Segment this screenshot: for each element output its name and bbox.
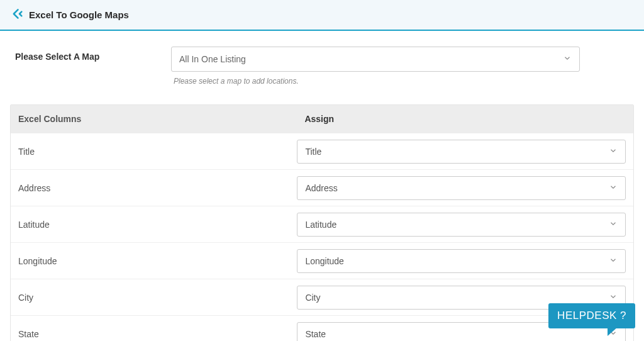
excel-column-label: Latitude: [11, 212, 297, 237]
map-select-helper: Please select a map to add locations.: [171, 77, 580, 86]
page-title: Excel To Google Maps: [29, 9, 129, 20]
assign-select-latitude[interactable]: Latitude: [297, 213, 626, 237]
assign-select-value: State: [305, 329, 326, 339]
helpdesk-label: HELPDESK ?: [557, 310, 626, 321]
helpdesk-widget[interactable]: HELPDESK ?: [548, 303, 635, 328]
table-row: City City: [11, 279, 633, 315]
chevron-down-icon: [609, 292, 618, 303]
map-select-label: Please Select A Map: [15, 47, 171, 62]
columns-table: Excel Columns Assign Title Title Address…: [10, 104, 634, 341]
excel-column-label: Title: [11, 139, 297, 164]
assign-select-value: City: [305, 293, 320, 303]
table-row: Title Title: [11, 133, 633, 169]
excel-column-label: Address: [11, 176, 297, 201]
chevron-down-icon: [609, 182, 618, 193]
speech-tail-icon: [608, 327, 618, 336]
assign-select-title[interactable]: Title: [297, 140, 626, 164]
assign-select-longitude[interactable]: Longitude: [297, 249, 626, 273]
map-select-row: Please Select A Map All In One Listing P…: [10, 47, 634, 86]
table-row: State State: [11, 315, 633, 341]
chevron-down-icon: [563, 54, 572, 65]
assign-select-value: Address: [305, 183, 337, 193]
map-select-value: All In One Listing: [179, 54, 246, 64]
map-select-dropdown[interactable]: All In One Listing: [171, 47, 580, 72]
table-row: Address Address: [11, 169, 633, 206]
page-header: Excel To Google Maps: [0, 0, 644, 31]
assign-select-address[interactable]: Address: [297, 176, 626, 200]
table-header-columns: Excel Columns: [11, 105, 297, 133]
excel-column-label: City: [11, 285, 297, 310]
chevron-down-icon: [609, 146, 618, 157]
excel-column-label: State: [11, 321, 297, 342]
table-row: Latitude Latitude: [11, 206, 633, 242]
assign-select-value: Title: [305, 147, 321, 157]
table-header: Excel Columns Assign: [11, 105, 633, 133]
assign-select-value: Latitude: [305, 220, 336, 230]
table-header-assign: Assign: [297, 105, 633, 133]
assign-select-value: Longitude: [305, 256, 344, 266]
excel-column-label: Longitude: [11, 249, 297, 274]
chevron-down-icon: [609, 255, 618, 266]
logo-icon: [10, 8, 23, 22]
table-row: Longitude Longitude: [11, 242, 633, 279]
chevron-down-icon: [609, 219, 618, 230]
